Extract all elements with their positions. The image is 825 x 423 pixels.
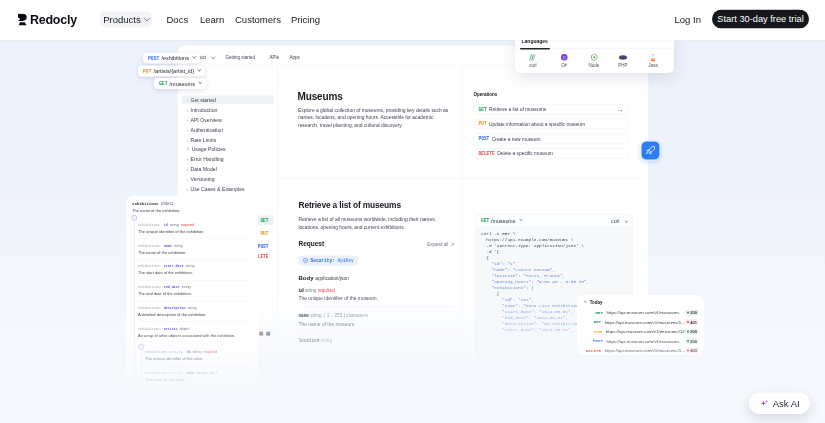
svg-text:C: C [563, 55, 566, 60]
